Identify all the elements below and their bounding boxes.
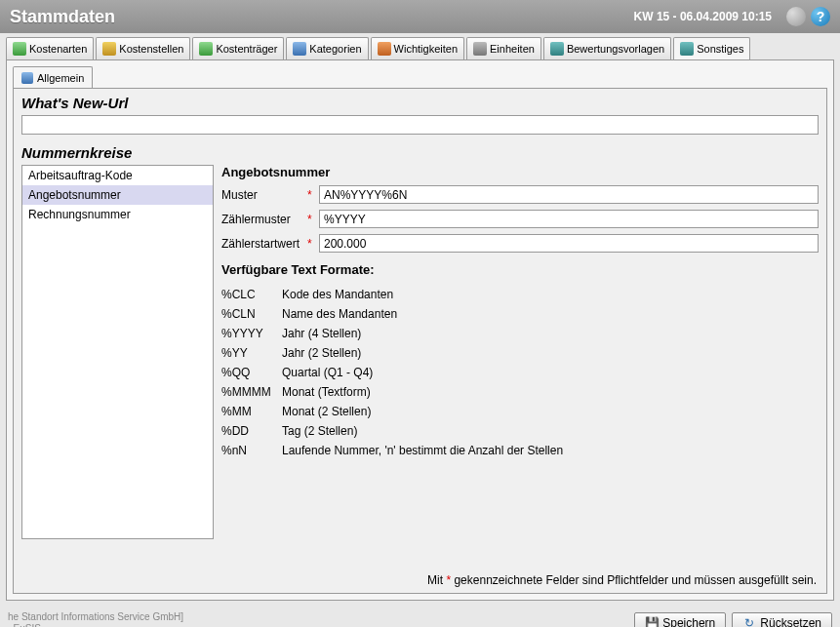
whats-new-url-input[interactable]: [21, 115, 819, 135]
format-code: %MMMM: [221, 385, 282, 399]
save-button[interactable]: Speichern: [634, 612, 726, 627]
list-item-arbeitsauftrag[interactable]: Arbeitsauftrag-Kode: [22, 166, 213, 185]
format-row: %YYJahr (2 Stellen): [221, 343, 819, 363]
unit-icon: [473, 42, 487, 56]
row-muster: Muster *: [221, 185, 819, 204]
sub-tabs: Allgemein: [13, 66, 827, 88]
tab-wichtigkeiten[interactable]: Wichtigkeiten: [371, 37, 464, 59]
tab-kostenarten[interactable]: Kostenarten: [6, 37, 94, 59]
panel-allgemein: What's New-Url Nummernkreise Arbeitsauft…: [13, 88, 827, 594]
format-desc: Monat (2 Stellen): [282, 405, 819, 418]
format-desc: Kode des Mandanten: [282, 288, 819, 301]
format-row: %CLCKode des Mandanten: [221, 285, 819, 304]
format-desc: Quartal (Q1 - Q4): [282, 366, 819, 379]
tab-kategorien[interactable]: Kategorien: [286, 37, 368, 59]
row-zaehlermuster: Zählermuster *: [221, 210, 819, 228]
format-desc: Tag (2 Stellen): [282, 424, 819, 438]
format-row: %QQQuartal (Q1 - Q4): [221, 363, 819, 382]
format-code: %CLN: [221, 307, 282, 321]
list-item-rechnungsnummer[interactable]: Rechnungsnummer: [22, 205, 213, 224]
reset-icon: [742, 616, 756, 627]
tab-label: Einheiten: [490, 43, 535, 55]
tab-label: Sonstiges: [697, 43, 743, 55]
format-code: %DD: [221, 424, 282, 438]
format-desc: Jahr (2 Stellen): [282, 346, 819, 360]
list-item-angebotsnummer[interactable]: Angebotsnummer: [22, 185, 213, 205]
tab-einheiten[interactable]: Einheiten: [466, 37, 541, 59]
numranges-title: Nummernkreise: [21, 144, 819, 161]
app-header: Stammdaten KW 15 - 06.04.2009 10:15 ?: [0, 0, 840, 33]
format-code: %MM: [221, 405, 282, 418]
format-row: %MMMonat (2 Stellen): [221, 402, 819, 421]
tab-label: Bewertungsvorlagen: [567, 43, 664, 55]
reset-label: Rücksetzen: [760, 616, 821, 627]
format-row: %nNLaufende Nummer, 'n' bestimmt die Anz…: [221, 441, 819, 460]
format-desc: Name des Mandanten: [282, 307, 819, 321]
required-note: Mit * gekennzeichnete Felder sind Pflich…: [427, 573, 817, 587]
coins-icon: [13, 42, 26, 56]
doc-icon: [21, 72, 33, 84]
content-frame: Allgemein What's New-Url Nummernkreise A…: [6, 59, 834, 601]
format-row: %MMMMMonat (Textform): [221, 382, 819, 402]
header-date: KW 15 - 06.04.2009 10:15: [634, 10, 772, 23]
tab-kostenstellen[interactable]: Kostenstellen: [96, 37, 190, 59]
detail-title: Angebotsnummer: [221, 165, 819, 179]
help-icon[interactable]: ?: [811, 7, 830, 26]
label-muster: Muster: [221, 188, 307, 202]
cost-icon: [199, 42, 213, 56]
priority-icon: [378, 42, 391, 56]
save-label: Speichern: [662, 616, 715, 627]
required-star: *: [307, 188, 315, 202]
tab-sonstiges[interactable]: Sonstiges: [673, 37, 750, 59]
format-code: %nN: [221, 444, 282, 457]
company-line1: he Standort Informations Service GmbH]: [8, 611, 183, 622]
label-zaehlermuster: Zählermuster: [221, 213, 307, 226]
input-zaehlerstartwert[interactable]: [319, 234, 819, 253]
template-icon: [550, 42, 564, 56]
tab-bewertungsvorlagen[interactable]: Bewertungsvorlagen: [543, 37, 671, 59]
numrange-detail: Angebotsnummer Muster * Zählermuster * Z…: [221, 165, 819, 539]
tab-label: Kostenträger: [216, 43, 277, 55]
category-icon: [293, 42, 306, 56]
format-desc: Monat (Textform): [282, 385, 819, 399]
building-icon: [102, 42, 116, 56]
format-code: %CLC: [221, 288, 282, 301]
bottom-bar: he Standort Informations Service GmbH] ,…: [0, 607, 840, 627]
tab-kostentraeger[interactable]: Kostenträger: [192, 37, 284, 59]
formats-title: Verfügbare Text Formate:: [221, 262, 819, 277]
tab-allgemein[interactable]: Allgemein: [13, 66, 93, 88]
format-desc: Laufende Nummer, 'n' bestimmt die Anzahl…: [282, 444, 819, 457]
company-line2: , EuSIS: [8, 623, 41, 627]
format-row: %CLNName des Mandanten: [221, 304, 819, 324]
tab-label: Kostenarten: [29, 43, 87, 55]
format-row: %DDTag (2 Stellen): [221, 421, 819, 441]
format-code: %QQ: [221, 366, 282, 379]
format-row: %YYYYJahr (4 Stellen): [221, 324, 819, 343]
format-desc: Jahr (4 Stellen): [282, 327, 819, 340]
note-suffix: gekennzeichnete Felder sind Pflichtfelde…: [451, 573, 817, 587]
required-star: *: [307, 213, 315, 226]
page-title: Stammdaten: [10, 7, 634, 27]
row-zaehlerstartwert: Zählerstartwert *: [221, 234, 819, 253]
required-star: *: [307, 237, 315, 251]
format-code: %YY: [221, 346, 282, 360]
save-icon: [645, 616, 659, 627]
tab-label: Wichtigkeiten: [394, 43, 458, 55]
reset-button[interactable]: Rücksetzen: [732, 612, 832, 627]
tab-label: Kostenstellen: [119, 43, 183, 55]
globe-icon[interactable]: [786, 7, 806, 26]
input-muster[interactable]: [319, 185, 819, 204]
misc-icon: [680, 42, 694, 56]
tab-label: Kategorien: [309, 43, 361, 55]
tab-label: Allgemein: [37, 72, 84, 84]
numranges-list: Arbeitsauftrag-Kode Angebotsnummer Rechn…: [21, 165, 214, 539]
numranges-layout: Arbeitsauftrag-Kode Angebotsnummer Rechn…: [21, 165, 819, 539]
input-zaehlermuster[interactable]: [319, 210, 819, 228]
format-code: %YYYY: [221, 327, 282, 340]
main-tabs: Kostenarten Kostenstellen Kostenträger K…: [0, 33, 840, 59]
whats-new-title: What's New-Url: [21, 95, 819, 111]
label-zaehlerstartwert: Zählerstartwert: [221, 237, 307, 251]
note-prefix: Mit: [427, 573, 446, 587]
company-text: he Standort Informations Service GmbH] ,…: [8, 611, 628, 627]
